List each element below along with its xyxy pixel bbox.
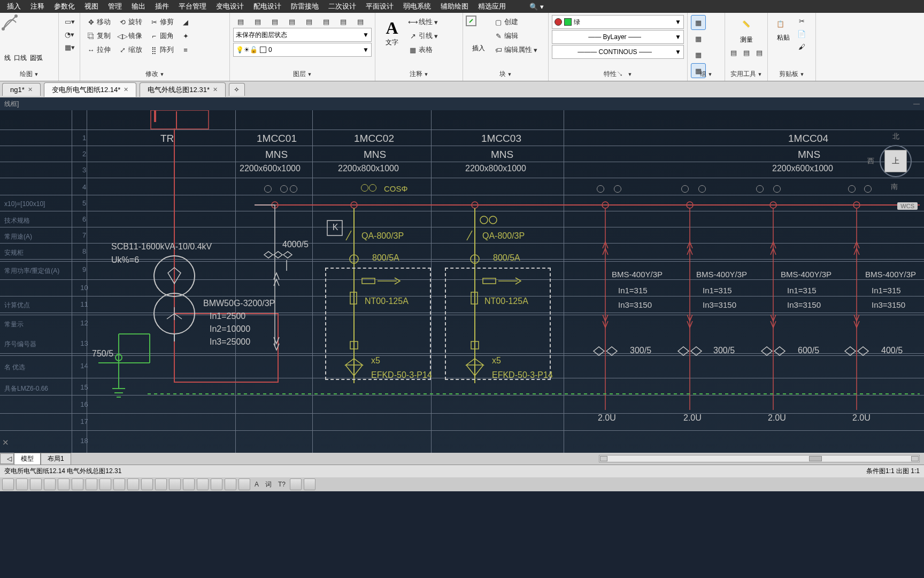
match-tool[interactable]: 🖌	[796, 41, 807, 52]
menu-item[interactable]: 注释	[26, 2, 49, 11]
erase-tool[interactable]: ◢	[178, 16, 193, 28]
menu-item[interactable]: 弱电系统	[398, 2, 436, 11]
osnap-mode[interactable]	[58, 478, 70, 490]
grid-mode[interactable]	[16, 478, 28, 490]
document-tab[interactable]: 变电所电气图纸12.14*✕	[44, 82, 137, 97]
close-icon[interactable]: ✕	[124, 86, 128, 93]
menu-item[interactable]: 参数化	[49, 2, 80, 11]
snap-mode[interactable]	[2, 478, 14, 490]
text-tool[interactable]: A	[379, 18, 405, 38]
layout-tab[interactable]: 布局1	[41, 453, 71, 465]
menu-item[interactable]: 变电设计	[211, 2, 249, 11]
layer-btn[interactable]: ▤	[336, 15, 351, 28]
menu-item[interactable]: 视图	[80, 2, 103, 11]
menu-item[interactable]: 输出	[127, 2, 150, 11]
measure-tool[interactable]: 📏	[737, 15, 756, 33]
dim-linear-tool[interactable]: ⟷线性 ▾	[405, 15, 459, 29]
layer-current-select[interactable]: 💡 ☀ 🔓 0▼	[233, 43, 372, 57]
util-btn[interactable]: ▤	[741, 47, 752, 58]
rotate-tool[interactable]: ⟲旋转	[115, 15, 145, 29]
status-btn[interactable]	[127, 478, 139, 490]
dyn-input[interactable]	[86, 478, 97, 490]
status-btn[interactable]	[304, 478, 315, 490]
layerprop-tool[interactable]: ▤	[233, 15, 248, 28]
edit-block-tool[interactable]: ✎编辑	[491, 29, 545, 43]
status-btn[interactable]	[290, 478, 302, 490]
menu-item[interactable]: 管理	[103, 2, 127, 11]
viewcube-top[interactable]: 上	[884, 150, 907, 172]
search-icon[interactable]: 🔍 ▾	[525, 3, 549, 11]
layer-btn[interactable]: ▤	[319, 15, 334, 28]
polar-mode[interactable]	[44, 478, 56, 490]
color-select[interactable]: 绿▼	[552, 15, 684, 29]
layer-btn[interactable]: ▤	[250, 15, 265, 28]
trim-tool[interactable]: ✂修剪	[147, 15, 177, 29]
copy-tool[interactable]: ⿻复制	[83, 29, 114, 43]
explode-tool[interactable]: ✦	[178, 29, 193, 42]
util-btn[interactable]: ▤	[728, 47, 740, 58]
menu-item[interactable]: 平面设计	[361, 2, 398, 11]
minimize-icon[interactable]: —	[913, 100, 920, 108]
layer-btn[interactable]: ▤	[353, 15, 368, 28]
arc-tool[interactable]	[30, 15, 56, 41]
mirror-tool[interactable]: ◁▷镜像	[115, 29, 145, 43]
util-btn[interactable]: ▤	[753, 47, 765, 58]
drawing-area[interactable]: 1 2 3 4 5 6 7 8 9 10 11 12 13 14 15 16 1…	[0, 110, 924, 453]
horizontal-scrollbar[interactable]	[599, 455, 920, 462]
group-edit-tool[interactable]: ▦	[691, 47, 706, 62]
close-icon[interactable]: ✕	[28, 86, 33, 93]
create-block-tool[interactable]: ▢创建	[491, 15, 545, 29]
line-tool[interactable]	[3, 15, 29, 41]
status-btn[interactable]	[211, 478, 222, 490]
new-tab[interactable]: ✧	[229, 83, 245, 96]
status-btn[interactable]	[183, 478, 195, 490]
ungroup-tool[interactable]: ▦	[691, 31, 706, 46]
offset-tool[interactable]: ≡	[178, 43, 193, 56]
layer-state-select[interactable]: 未保存的图层状态▼	[233, 28, 372, 42]
menu-item[interactable]: 二次设计	[324, 2, 361, 11]
menu-item[interactable]: 精选应用	[473, 2, 511, 11]
close-icon[interactable]: ✕	[213, 86, 218, 93]
fillet-tool[interactable]: ⌐圆角	[147, 29, 177, 43]
status-btn[interactable]	[169, 478, 181, 490]
tab-nav-left[interactable]: ◁	[0, 453, 14, 464]
menu-item[interactable]: 防雷接地	[286, 2, 324, 11]
document-tab[interactable]: ng1*✕	[2, 83, 41, 96]
close-icon[interactable]: ✕	[2, 438, 9, 447]
status-btn[interactable]	[238, 478, 250, 490]
group-tool[interactable]: ▦	[691, 15, 706, 30]
rect-tool[interactable]: ▭▾	[62, 15, 76, 28]
move-tool[interactable]: ✥移动	[83, 15, 114, 29]
lineweight-select[interactable]: —— ByLayer ——▼	[552, 30, 684, 44]
status-btn[interactable]	[141, 478, 153, 490]
status-btn[interactable]	[155, 478, 167, 490]
lineweight-toggle[interactable]	[99, 478, 111, 490]
layer-btn[interactable]: ▤	[302, 15, 317, 28]
scale-tool[interactable]: ⤢缩放	[115, 43, 145, 57]
otrack-mode[interactable]	[72, 478, 83, 490]
edit-attr-tool[interactable]: 🏷编辑属性 ▾	[491, 43, 545, 57]
stretch-tool[interactable]: ↔拉伸	[83, 43, 114, 57]
ellipse-tool[interactable]: ◔▾	[62, 28, 76, 41]
menu-item[interactable]: 辅助绘图	[436, 2, 473, 11]
menu-item[interactable]: 配电设计	[249, 2, 286, 11]
layer-btn[interactable]: ▤	[284, 15, 299, 28]
ortho-mode[interactable]	[30, 478, 42, 490]
status-btn[interactable]	[197, 478, 209, 490]
insert-block-tool[interactable]	[466, 18, 492, 44]
copy-clip-tool[interactable]: 📄	[796, 28, 807, 40]
viewcube[interactable]: 北 上 西 南	[877, 142, 914, 180]
menu-item[interactable]: 插入	[2, 2, 26, 11]
transparency[interactable]	[113, 478, 125, 490]
linetype-select[interactable]: ——— CONTINOUS ——▼	[552, 45, 684, 59]
array-tool[interactable]: ⣿阵列	[147, 43, 177, 57]
table-tool[interactable]: ▦表格	[405, 43, 459, 57]
paste-tool[interactable]: 📋	[771, 15, 789, 33]
hatch-tool[interactable]: ▦▾	[62, 41, 76, 54]
leader-tool[interactable]: ↗引线 ▾	[405, 29, 459, 43]
cut-tool[interactable]: ✂	[796, 15, 807, 27]
layer-btn[interactable]: ▤	[267, 15, 282, 28]
document-tab[interactable]: 电气外线总图12.31*✕	[140, 82, 226, 97]
menu-item[interactable]: 平台管理	[174, 2, 211, 11]
model-tab[interactable]: 模型	[14, 453, 41, 465]
